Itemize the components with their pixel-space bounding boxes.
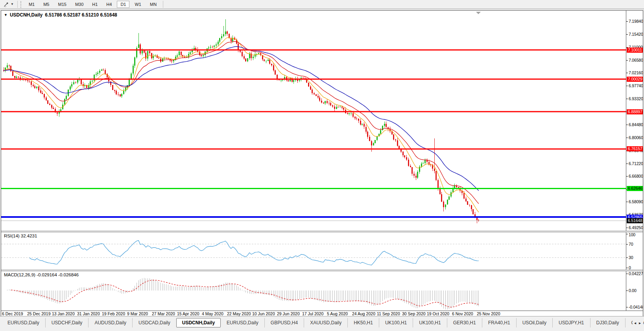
chart-tab-USDCNH-Daily[interactable]: USDCNH,Daily: [176, 318, 221, 327]
cursor-tool-group[interactable]: ▼: [2, 1, 15, 7]
hline-price-label: 7.00029: [627, 77, 643, 82]
price-tick-label: 7.15420: [629, 32, 643, 37]
price-tick-label: 7.06580: [629, 58, 643, 63]
toolbar-separator: [163, 1, 163, 8]
price-axis[interactable]: 7.198407.154207.110007.065807.021606.977…: [626, 11, 643, 231]
hline-price-label: 6.76157: [627, 146, 643, 151]
rsi-chart[interactable]: [1, 232, 626, 270]
timeframe-button-M15[interactable]: M15: [54, 1, 70, 8]
date-label: 25 Nov 2020: [477, 311, 500, 316]
macd-panel: MACD(12,26,9) -0.029164 -0.026846 0.0422…: [1, 271, 643, 311]
price-tick-label: 6.49250: [629, 225, 643, 230]
chart-tab-DJ30-Daily[interactable]: DJ30,Daily: [590, 318, 625, 327]
chart-tab-GBPUSD-H4[interactable]: GBPUSD,H4: [264, 318, 304, 327]
macd-tick: [626, 307, 628, 307]
price-tick: [626, 86, 628, 86]
date-label: 31 Jan 2020: [77, 311, 100, 316]
chart-window: ▼ USDCNH,Daily 6.51786 6.52187 6.51210 6…: [1, 10, 643, 317]
timeframe-toolbar: ▼ M1M5M15M30H1H4D1W1MN: [0, 0, 644, 9]
mt4-window: ▼ M1M5M15M30H1H4D1W1MN ▼ USDCNH,Daily 6.…: [0, 0, 644, 331]
date-label: 6 Nov 2020: [452, 311, 473, 316]
price-tick: [626, 34, 628, 35]
rsi-tick: [626, 244, 628, 245]
hline-price-label: 6.62646: [627, 186, 643, 191]
date-label: 17 Jul 2020: [302, 311, 323, 316]
chart-tab-USDCAD-Daily[interactable]: USDCAD,Daily: [132, 318, 176, 327]
date-label: 25 Dec 2019: [27, 311, 51, 316]
rsi-tick-label: 30: [629, 255, 633, 260]
date-label: 11 Sep 2020: [377, 311, 400, 316]
chart-tab-HK50-H1[interactable]: HK50,H1: [347, 318, 379, 327]
price-tick-label: 6.93320: [629, 96, 643, 101]
timeframe-button-MN[interactable]: MN: [146, 1, 160, 8]
price-tick-label: 7.19840: [629, 19, 643, 24]
chart-tab-FRA40-H1[interactable]: FRA40,H1: [482, 318, 516, 327]
rsi-tick: [626, 268, 628, 268]
tab-scroll-left-icon[interactable]: ◂: [634, 321, 636, 325]
current-price-label: 6.51648: [627, 218, 643, 223]
chart-tab-AUDUSD-Daily[interactable]: AUDUSD,Daily: [88, 318, 132, 327]
macd-tick-label: 0.042275: [629, 271, 643, 276]
toolbar-grip[interactable]: [20, 1, 22, 8]
chart-menu-arrow-icon[interactable]: ▼: [4, 13, 7, 17]
date-label: 30 Sep 2020: [402, 311, 426, 316]
chart-tab-USDCHF-Daily[interactable]: USDCHF,Daily: [45, 318, 89, 327]
chart-tabbar: EURUSD,DailyUSDCHF,DailyAUDUSD,DailyUSDC…: [0, 316, 644, 329]
tab-scroll-right-icon[interactable]: ▸: [639, 321, 641, 325]
price-tick: [626, 125, 628, 125]
chart-tab-UK100-H1[interactable]: UK100,H1: [379, 318, 413, 327]
date-label: 29 Jun 2020: [277, 311, 300, 316]
price-tick-label: 7.02160: [629, 70, 643, 75]
price-tick-label: 6.58090: [629, 199, 643, 204]
date-label: 19 Oct 2020: [427, 311, 449, 316]
timeframe-button-D1[interactable]: D1: [117, 1, 129, 8]
rsi-panel: RSI(14) 32.4231 10070300: [1, 232, 643, 270]
date-label: 4 May 2020: [202, 311, 223, 316]
price-tick: [626, 21, 628, 22]
timeframe-button-M1[interactable]: M1: [25, 1, 38, 8]
price-tick-label: 6.97740: [629, 83, 643, 88]
date-label: 10 Jun 2020: [252, 311, 275, 316]
tab-scroll-controls: ◂ ▸: [633, 316, 643, 329]
date-label: 24 Aug 2020: [352, 311, 375, 316]
timeframe-button-H1[interactable]: H1: [89, 1, 101, 8]
chart-title: ▼ USDCNH,Daily 6.51786 6.52187 6.51210 6…: [4, 12, 117, 18]
timeframe-button-H4[interactable]: H4: [103, 1, 115, 8]
price-tick: [626, 99, 628, 99]
rsi-tick-label: 70: [629, 242, 633, 246]
rsi-tick: [626, 234, 628, 234]
chart-tab-USDJPY-H1[interactable]: USDJPY,H1: [552, 318, 590, 327]
timeframe-button-M5[interactable]: M5: [40, 1, 53, 8]
macd-label: MACD(12,26,9) -0.029164 -0.026846: [4, 272, 79, 277]
price-tick-label: 6.80060: [629, 135, 643, 140]
date-label: 5 Aug 2020: [327, 311, 348, 316]
rsi-axis[interactable]: 10070300: [626, 232, 643, 270]
price-tick: [626, 228, 628, 228]
candlestick-chart[interactable]: [1, 11, 626, 231]
macd-axis[interactable]: 0.0422750.00-0.04148: [626, 271, 643, 311]
date-label: 15 Apr 2020: [177, 311, 199, 316]
timeframe-button-W1[interactable]: W1: [131, 1, 145, 8]
chart-tab-XAUUSD-Daily[interactable]: XAUUSD,Daily: [304, 318, 347, 327]
chart-tab-GER30-H1[interactable]: GER30,H1: [447, 318, 482, 327]
chart-tab-USOil-Daily[interactable]: USOil,Daily: [516, 318, 552, 327]
chart-tab-UK100-H1[interactable]: UK100,H1: [413, 318, 447, 327]
chart-tab-EURUSD-Daily[interactable]: EURUSD,Daily: [2, 318, 45, 327]
timeframe-button-M30[interactable]: M30: [72, 1, 87, 8]
price-tick: [626, 60, 628, 61]
price-tick: [626, 202, 628, 202]
price-panel: ▼ USDCNH,Daily 6.51786 6.52187 6.51210 6…: [1, 11, 643, 231]
macd-chart[interactable]: [1, 271, 626, 311]
macd-tick-label: -0.04148: [629, 305, 643, 309]
date-label: 19 Feb 2020: [102, 311, 125, 316]
toolbar-separator: [17, 1, 18, 8]
crosshair-tool-icon[interactable]: [3, 1, 10, 7]
timeframe-buttons: M1M5M15M30H1H4D1W1MN: [24, 1, 161, 8]
tool-dropdown-arrow-icon[interactable]: ▼: [11, 3, 14, 6]
chart-ohlc-values: 6.51786 6.52187 6.51210 6.51648: [45, 12, 117, 18]
date-axis[interactable]: 6 Dec 201925 Dec 201913 Jan 202031 Jan 2…: [1, 311, 643, 316]
chart-tab-EURUSD-Daily[interactable]: EURUSD,Daily: [221, 318, 264, 327]
price-tick: [626, 138, 628, 138]
price-tick: [626, 164, 628, 164]
price-tick-label: 6.71220: [629, 161, 643, 166]
